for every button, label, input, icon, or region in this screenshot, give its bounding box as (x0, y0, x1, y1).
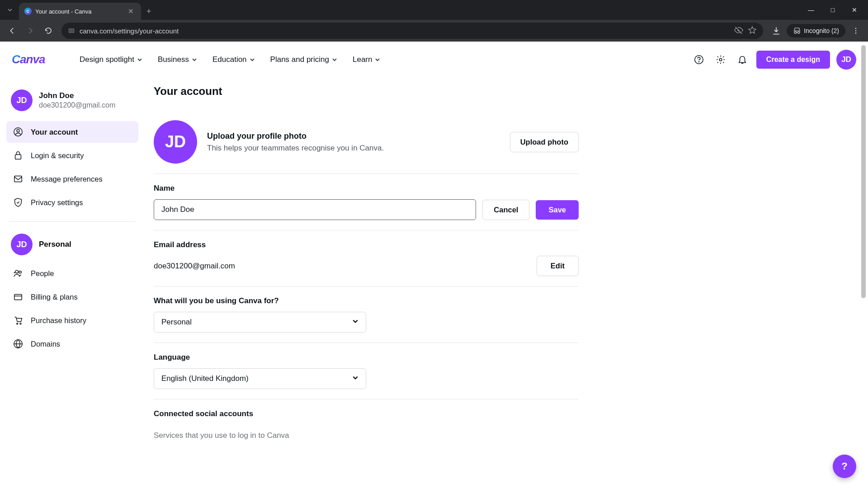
svg-point-15 (20, 323, 21, 324)
site-info-icon[interactable] (68, 27, 75, 34)
usage-label: What will you be using Canva for? (154, 296, 579, 305)
svg-point-14 (17, 323, 18, 324)
connected-label: Connected social accounts (154, 409, 579, 418)
browser-tab[interactable]: C Your account - Canva ✕ (19, 3, 141, 20)
sidebar-item-login-security[interactable]: Login & security (6, 145, 138, 166)
mail-icon (13, 174, 24, 184)
svg-rect-10 (14, 176, 22, 182)
svg-text:Canva: Canva (12, 53, 45, 66)
nav-learn[interactable]: Learn (347, 52, 386, 68)
sidebar-divider (9, 221, 136, 222)
sidebar-item-domains[interactable]: Domains (6, 333, 138, 355)
cart-icon (13, 315, 24, 326)
profile-photo-avatar: JD (154, 120, 197, 164)
sidebar-user-email: doe301200@gmail.com (39, 101, 115, 109)
help-icon[interactable] (691, 52, 707, 67)
nav-business[interactable]: Business (152, 52, 203, 68)
nav-plans-pricing[interactable]: Plans and pricing (265, 52, 343, 68)
email-section: Email address doe301200@gmail.com Edit (154, 230, 579, 286)
header-avatar[interactable]: JD (836, 50, 856, 70)
email-value: doe301200@gmail.com (154, 262, 235, 271)
card-icon (13, 291, 24, 302)
sidebar-user-block[interactable]: JD John Doe doe301200@gmail.com (6, 87, 138, 121)
svg-point-5 (698, 61, 699, 62)
svg-rect-13 (14, 295, 22, 300)
sidebar-user-avatar: JD (11, 89, 33, 111)
svg-point-8 (17, 129, 19, 132)
app-header: Canva Design spotlight Business Educatio… (0, 42, 868, 78)
name-label: Name (154, 184, 579, 193)
tab-search-dropdown[interactable] (4, 4, 16, 16)
svg-point-0 (855, 28, 856, 29)
sidebar-item-your-account[interactable]: Your account (6, 121, 138, 143)
new-tab-button[interactable]: + (141, 3, 157, 20)
settings-sidebar: JD John Doe doe301200@gmail.com Your acc… (0, 78, 145, 488)
sidebar-item-billing-plans[interactable]: Billing & plans (6, 286, 138, 308)
team-name: Personal (39, 240, 71, 249)
canva-logo[interactable]: Canva (12, 53, 59, 66)
svg-rect-9 (15, 155, 21, 159)
name-input[interactable] (154, 199, 476, 220)
back-button[interactable] (5, 23, 20, 38)
close-window-icon[interactable]: ✕ (844, 3, 864, 17)
language-label: Language (154, 353, 579, 362)
tab-title: Your account - Canva (35, 8, 123, 15)
edit-email-button[interactable]: Edit (537, 256, 579, 276)
sidebar-team-block[interactable]: JD Personal (6, 231, 138, 263)
name-section: Name Cancel Save (154, 174, 579, 230)
settings-icon[interactable] (713, 52, 728, 67)
sidebar-item-people[interactable]: People (6, 263, 138, 284)
language-section: Language English (United Kingdom) (154, 343, 579, 399)
nav-design-spotlight[interactable]: Design spotlight (74, 52, 148, 68)
svg-point-2 (855, 33, 856, 33)
close-tab-icon[interactable]: ✕ (126, 6, 136, 16)
upload-photo-button[interactable]: Upload photo (510, 132, 579, 152)
connected-sub: Services that you use to log in to Canva (154, 431, 579, 440)
page-title: Your account (154, 85, 579, 98)
sidebar-user-name: John Doe (39, 91, 115, 100)
incognito-label: Incognito (2) (804, 27, 839, 34)
eye-off-icon[interactable] (734, 26, 743, 36)
page-scrollbar[interactable] (860, 42, 867, 488)
bookmark-icon[interactable] (748, 26, 757, 36)
incognito-indicator[interactable]: Incognito (2) (787, 24, 845, 38)
svg-point-1 (855, 30, 856, 31)
profile-photo-sub: This helps your teammates recognise you … (207, 144, 384, 153)
svg-point-11 (15, 270, 18, 273)
language-select[interactable]: English (United Kingdom) (154, 368, 366, 389)
language-value: English (United Kingdom) (161, 374, 249, 383)
help-fab[interactable]: ? (833, 455, 856, 478)
user-icon (13, 127, 24, 137)
chevron-down-icon (352, 374, 359, 383)
save-button[interactable]: Save (536, 200, 579, 220)
notifications-icon[interactable] (735, 52, 750, 67)
forward-button[interactable] (23, 23, 38, 38)
scrollbar-thumb[interactable] (861, 45, 866, 298)
svg-point-6 (719, 58, 722, 61)
lock-icon (13, 150, 24, 161)
create-design-button[interactable]: Create a design (756, 51, 830, 69)
team-avatar: JD (11, 234, 33, 255)
sidebar-item-message-preferences[interactable]: Message preferences (6, 168, 138, 190)
minimize-window-icon[interactable]: — (801, 3, 821, 17)
downloads-icon[interactable] (769, 23, 784, 38)
nav-education[interactable]: Education (207, 52, 260, 68)
maximize-window-icon[interactable]: □ (823, 3, 843, 17)
reload-button[interactable] (41, 23, 56, 38)
chevron-down-icon (352, 318, 359, 327)
url-text: canva.com/settings/your-account (80, 27, 730, 35)
address-bar[interactable]: canva.com/settings/your-account (61, 23, 763, 39)
shield-icon (13, 197, 24, 208)
usage-value: Personal (161, 318, 192, 327)
sidebar-item-privacy-settings[interactable]: Privacy settings (6, 192, 138, 213)
settings-main: Your account JD Upload your profile phot… (145, 78, 597, 488)
browser-menu-icon[interactable] (848, 23, 863, 38)
people-icon (13, 268, 24, 279)
globe-icon (13, 338, 24, 349)
usage-select[interactable]: Personal (154, 312, 366, 333)
email-label: Email address (154, 240, 579, 249)
profile-photo-section: JD Upload your profile photo This helps … (154, 110, 579, 174)
cancel-button[interactable]: Cancel (482, 200, 529, 220)
sidebar-item-purchase-history[interactable]: Purchase history (6, 310, 138, 331)
usage-section: What will you be using Canva for? Person… (154, 286, 579, 343)
